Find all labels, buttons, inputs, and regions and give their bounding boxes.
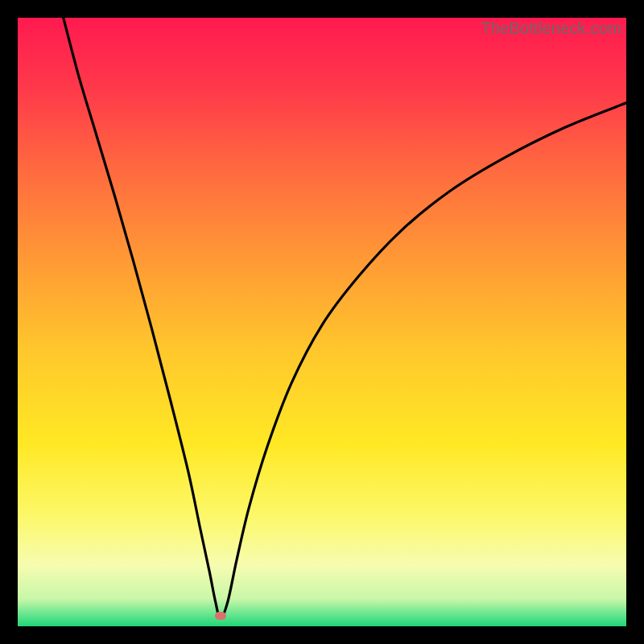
chart-frame: TheBottleneck.com: [18, 18, 626, 626]
gradient-background: [18, 18, 626, 626]
watermark-text: TheBottleneck.com: [481, 19, 621, 38]
chart-plot: [18, 18, 626, 626]
minimum-marker: [215, 612, 226, 620]
